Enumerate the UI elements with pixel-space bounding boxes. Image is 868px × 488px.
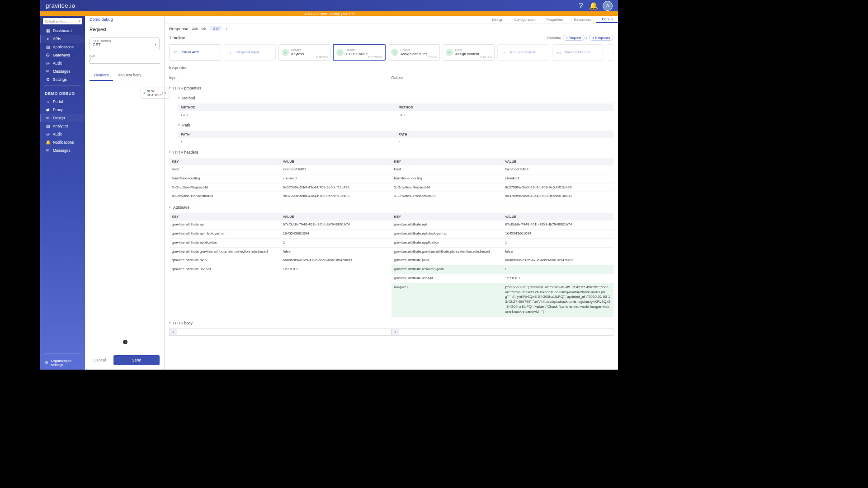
tab-resources[interactable]: Resources <box>568 16 596 23</box>
sidebar-item-dashboard[interactable]: ▦Dashboard <box>40 27 85 35</box>
sidebar-item-analytics[interactable]: ▤Analytics <box>40 122 85 130</box>
path-toggle[interactable]: ▾Path <box>178 122 613 129</box>
sidebar-item-proxy[interactable]: ⇄Proxy <box>40 106 85 114</box>
sidebar-item-notifications[interactable]: 🔔Notifications <box>40 138 85 146</box>
chevron-down-icon: ▾ <box>169 321 171 325</box>
table-row: hostlocalhost:8482 <box>169 165 392 174</box>
method-toggle[interactable]: ▾Method <box>178 94 613 102</box>
step-icon: › <box>227 49 234 56</box>
path-input[interactable]: Path / <box>90 54 160 64</box>
bell-icon[interactable]: 🔔 <box>590 2 597 9</box>
tab-headers[interactable]: Headers <box>90 70 113 81</box>
timeline-card-request-output[interactable]: ›Request Output <box>497 44 549 61</box>
analytics-icon: ▤ <box>46 124 50 128</box>
notif-icon: 🔔 <box>46 140 50 145</box>
organization-settings[interactable]: ⚙ Organization settings <box>40 356 85 370</box>
step-icon: › <box>500 49 508 56</box>
policy-icon: ✓ <box>336 49 344 56</box>
table-row: gravitee.attribute.gravitee.attribute.pl… <box>169 248 392 257</box>
timeline-card-client-app[interactable]: □Client APP <box>169 44 221 61</box>
send-button[interactable]: Send <box>113 355 160 365</box>
http-properties-toggle[interactable]: ▾HTTP properties <box>169 84 613 92</box>
cancel-button[interactable]: Cancel <box>90 358 110 362</box>
timeline-title: Timeline <box>169 35 185 40</box>
policy-icon: ✓ <box>446 49 453 56</box>
sidebar-item-settings[interactable]: ⚙Settings <box>40 75 85 84</box>
timeline-card-keyless[interactable]: ✓HeaderKeyless0.037ms <box>278 44 330 61</box>
table-row: gravitee.attribute.plan6aaa5986-61a5-478… <box>169 256 392 265</box>
table-row: gravitee.attribute.api.deployed-at164554… <box>169 230 392 239</box>
request-pane: Demo debug Request HTTP method GET ▾ Pat… <box>85 16 165 370</box>
response-header: Response 200 - OK GET / <box>165 23 618 33</box>
tab-debug[interactable]: Debug <box>596 16 618 23</box>
table-row: transfer-encodingchunked <box>392 174 614 183</box>
table-row: gravitee.attribute.api67cf0ddb-7948-401b… <box>169 221 392 230</box>
sidebar-item-apis[interactable]: ⋄APIs <box>40 35 85 43</box>
policies-response-badge[interactable]: 4 Response <box>589 35 613 41</box>
tab-properties[interactable]: Properties <box>541 16 568 23</box>
step-icon: › <box>610 49 613 56</box>
timeline-card-backend-target[interactable]: ▭Backend Target <box>552 44 604 61</box>
sidebar-item-applications[interactable]: ▤Applications <box>40 43 85 51</box>
response-pane: DesignConfigurationPropertiesResourcesDe… <box>165 16 618 370</box>
timeline-card-respon[interactable]: ›Respon <box>607 44 613 61</box>
tab-configuration[interactable]: Configuration <box>509 16 541 23</box>
divider <box>44 353 81 354</box>
proxy-icon: ⇄ <box>46 108 50 112</box>
sidebar-item-messages[interactable]: ✉Messages <box>40 67 85 75</box>
table-row: my-jokes{"categories":[],"created_at":"2… <box>392 283 614 317</box>
sidebar-item-design[interactable]: ✏Design <box>40 114 85 122</box>
sidebar-collapse-icon[interactable]: ‹ <box>123 340 127 344</box>
table-row: transfer-encodingchunked <box>169 174 392 183</box>
timeline-section: Timeline Policies: 4 Request / 4 Respons… <box>165 33 618 62</box>
plus-icon: + <box>143 91 145 95</box>
tab-request-body[interactable]: Request body <box>113 70 146 81</box>
inspector-section: Inspector Input Output ▾HTTP properties … <box>165 62 618 370</box>
chevron-down-icon: ▾ <box>155 42 156 47</box>
attributes-toggle[interactable]: ▾Attributes <box>169 204 613 211</box>
sidebar-item-audit[interactable]: ◎Audit <box>40 130 85 138</box>
sidebar-item-audit[interactable]: ◎Audit <box>40 59 85 67</box>
table-row: gravitee.attribute.user-id127.0.0.1 <box>392 274 614 283</box>
http-method-select[interactable]: HTTP method GET ▾ <box>90 38 160 50</box>
table-row: gravitee.attribute.application1 <box>169 239 392 248</box>
chevron-down-icon: ▾ <box>178 123 180 127</box>
tab-design[interactable]: Design <box>486 16 509 23</box>
policies-request-badge[interactable]: 4 Request <box>563 35 585 41</box>
timeline-card-http-callout[interactable]: ✓HeaderHTTP Callout102.598ms <box>333 44 385 61</box>
body-output: 1 <box>392 328 614 336</box>
step-icon: ▭ <box>555 49 562 56</box>
output-label: Output <box>392 74 614 82</box>
table-row: gravitee.attribute.resolved-path/ <box>392 265 614 274</box>
policy-icon: ✓ <box>391 49 398 56</box>
sidebar-item-gateways[interactable]: ⛁Gateways <box>40 51 85 59</box>
avatar[interactable]: A <box>603 1 613 11</box>
design-icon: ✏ <box>46 116 50 120</box>
table-row: hostlocalhost:8482 <box>392 165 614 174</box>
request-title: Request <box>85 23 164 36</box>
chevron-down-icon: ▾ <box>169 86 171 90</box>
timeline-card-assign-content[interactable]: ✓BodyAssign content0.631ms <box>443 44 495 61</box>
table-row: gravitee.attribute.api67cf0ddb-7948-401b… <box>392 221 614 230</box>
sync-banner[interactable]: API out of sync, deploy your API <box>40 11 618 16</box>
apis-icon: ⋄ <box>46 37 50 41</box>
input-label: Input <box>169 74 392 82</box>
chevron-down-icon: ▾ <box>169 150 171 154</box>
apps-icon: ▤ <box>46 45 50 49</box>
settings-icon: ⚙ <box>46 77 50 82</box>
timeline-card-request-input[interactable]: ›Request Input <box>224 44 276 61</box>
table-row: gravitee.attribute.api.deployed-at164554… <box>392 230 614 239</box>
header-search-input[interactable] <box>90 90 139 96</box>
timeline-card-assign-attributes[interactable]: ✓HeaderAssign attributes0.09ms <box>388 44 440 61</box>
table-row: X-Gravitee-Transaction-Id9c37099e-5ddf-4… <box>169 192 392 201</box>
audit-icon: ◎ <box>46 132 50 136</box>
sidebar-item-portal[interactable]: ⌂Portal <box>40 98 85 106</box>
response-method-badge: GET <box>210 26 222 31</box>
http-body-toggle[interactable]: ▾HTTP body <box>169 319 613 327</box>
http-headers-toggle[interactable]: ▾HTTP headers <box>169 149 613 156</box>
sidebar-item-messages[interactable]: ✉Messages <box>40 146 85 155</box>
environment-select[interactable]: Default environ...▾ <box>43 18 82 24</box>
breadcrumb: Demo debug <box>85 16 164 23</box>
help-icon[interactable]: ? <box>577 2 585 9</box>
table-row: gravitee.attribute.user-id127.0.0.1 <box>169 265 392 274</box>
